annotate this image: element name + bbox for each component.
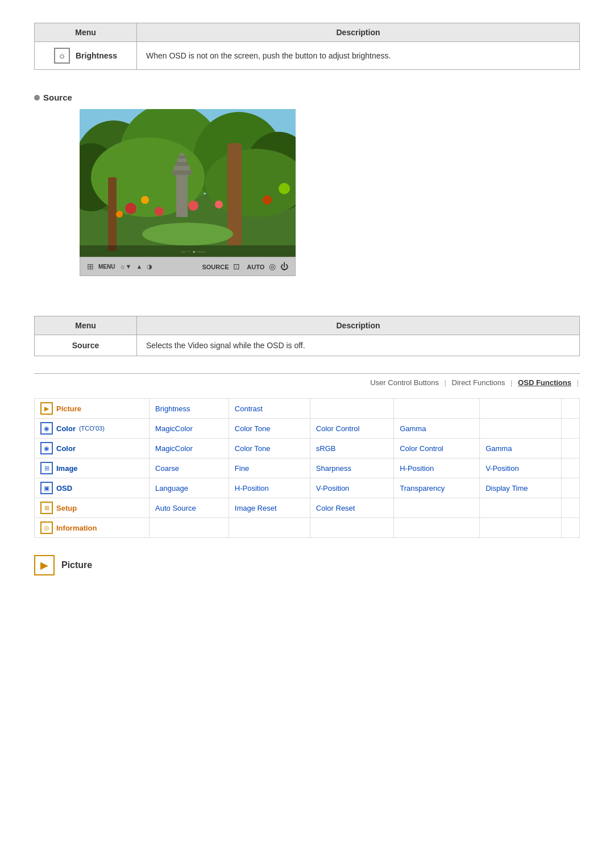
source-input-icon: ⊡ — [233, 262, 240, 271]
osd-row-icon: ⊞ — [40, 502, 53, 514]
osd-cell-link[interactable]: Color Control — [316, 424, 360, 433]
user-control-buttons-link[interactable]: User Control Buttons — [370, 378, 439, 387]
osd-cell-link[interactable]: Contrast — [235, 404, 263, 413]
osd-row: ◎Information — [35, 518, 580, 538]
osd-cell — [480, 419, 562, 439]
osd-cell: Color Tone — [229, 419, 310, 439]
osd-cell — [394, 399, 480, 419]
osd-cell: Image Reset — [229, 498, 310, 518]
osd-row-icon: ▶ — [40, 402, 53, 415]
osd-cell-link[interactable]: Display Time — [486, 484, 528, 493]
direct-functions-link[interactable]: Direct Functions — [452, 378, 505, 387]
osd-cell-link[interactable]: MagicColor — [155, 424, 193, 433]
position-up-icon: ▲ — [136, 263, 142, 270]
menu-button-label: MENU — [98, 264, 115, 270]
osd-cell-link[interactable]: Auto Source — [155, 504, 196, 512]
monitor-controls: ⊞ MENU ☼▼ ▲ ◑ — [87, 262, 152, 271]
brightness-menu-cell: ☼ Brightness — [44, 48, 127, 64]
osd-cell-link[interactable]: V-Position — [486, 464, 519, 473]
osd-cell: Color Control — [394, 439, 480, 458]
picture-label: Picture — [61, 560, 92, 570]
osd-cell — [310, 399, 393, 419]
osd-row: ⊞ImageCoarseFineSharpnessH-PositionV-Pos… — [35, 458, 580, 478]
osd-cell-link[interactable]: Color Reset — [316, 504, 355, 512]
source-label: Source — [34, 93, 580, 102]
osd-cell-link[interactable]: Color Tone — [235, 444, 271, 453]
osd-cell: Brightness — [150, 399, 229, 419]
osd-row-icon: ◉ — [40, 422, 53, 435]
osd-cell-link[interactable]: Sharpness — [316, 464, 351, 473]
osd-cell-link[interactable]: V-Position — [316, 484, 350, 493]
osd-cell — [562, 458, 580, 478]
source-dot-icon — [34, 95, 40, 101]
osd-cell: Color Tone — [229, 439, 310, 458]
osd-row-header: ⊞Image — [35, 458, 150, 478]
osd-cell — [150, 518, 229, 538]
osd-cell-link[interactable]: Gamma — [400, 424, 426, 433]
osd-cell-link[interactable]: Color Tone — [235, 424, 271, 433]
osd-cell — [310, 518, 393, 538]
osd-row: ▣OSDLanguageH-PositionV-PositionTranspar… — [35, 478, 580, 498]
description-header: Description — [137, 23, 580, 42]
osd-functions-link[interactable]: OSD Functions — [518, 378, 571, 387]
osd-cell: Display Time — [480, 478, 562, 498]
brightness-label: Brightness — [76, 51, 117, 60]
osd-cell-link[interactable]: Image Reset — [235, 504, 277, 512]
brightness-row: ☼ Brightness When OSD is not on the scre… — [35, 42, 580, 70]
osd-row-icon: ▣ — [40, 482, 53, 494]
osd-cell-link[interactable]: Brightness — [155, 404, 190, 413]
osd-cell-link[interactable]: MagicColor — [155, 444, 193, 453]
osd-cell — [394, 498, 480, 518]
nav-sep-1: | — [445, 378, 446, 387]
source-table: Menu Description Source Selects the Vide… — [34, 316, 580, 356]
osd-cell: Auto Source — [150, 498, 229, 518]
brightness-table: Menu Description ☼ Brightness When OSD i… — [34, 23, 580, 70]
osd-cell-link[interactable]: H-Position — [400, 464, 434, 473]
osd-cell-link[interactable]: Language — [155, 484, 188, 493]
brightness-icon: ☼ — [54, 48, 70, 64]
osd-cell-link[interactable]: Fine — [235, 464, 249, 473]
osd-cell: Contrast — [229, 399, 310, 419]
picture-icon: ▶ — [34, 555, 55, 575]
osd-cell-link[interactable]: H-Position — [235, 484, 269, 493]
osd-row-label: Color — [56, 444, 76, 453]
osd-cell: Sharpness — [310, 458, 393, 478]
osd-row-label-suffix: (TCO'03) — [79, 425, 105, 432]
osd-cell-link[interactable]: Gamma — [486, 444, 512, 453]
osd-cell: Language — [150, 478, 229, 498]
osd-cell — [480, 518, 562, 538]
osd-cell — [480, 399, 562, 419]
svg-text:— ···· ·∎· ——: — ···· ·∎· —— — [181, 249, 206, 253]
osd-functions-table: ▶PictureBrightnessContrast◉Color(TCO'03)… — [34, 398, 580, 538]
source-desc-header: Description — [137, 316, 580, 335]
brightness-adjust-icon: ☼▼ — [119, 263, 131, 270]
auto-icon: ◎ — [269, 262, 276, 271]
source-button-area: SOURCE ⊡ AUTO ◎ ⏻ — [202, 262, 288, 271]
osd-cell-link[interactable]: Color Control — [400, 444, 443, 453]
osd-row-label: Picture — [56, 404, 81, 413]
osd-cell-link[interactable]: Coarse — [155, 464, 179, 473]
osd-row: ▶PictureBrightnessContrast — [35, 399, 580, 419]
monitor-illustration: — ···· ·∎· —— ⊞ MENU ☼▼ ▲ ◑ SOURCE ⊡ AUT… — [80, 109, 296, 276]
source-menu-header: Menu — [35, 316, 137, 335]
osd-row-icon: ◉ — [40, 442, 53, 454]
osd-cell-link[interactable]: Transparency — [400, 484, 445, 493]
osd-row-icon: ◎ — [40, 521, 53, 534]
osd-cell: V-Position — [480, 458, 562, 478]
osd-row-header: ◉Color — [35, 439, 150, 458]
osd-row-label: Information — [56, 524, 97, 532]
osd-cell — [562, 498, 580, 518]
osd-cell — [562, 419, 580, 439]
osd-cell — [480, 498, 562, 518]
osd-row-label: Color — [56, 424, 76, 433]
menu-icon: ⊞ — [87, 262, 94, 271]
source-row: Source Selects the Video signal while th… — [35, 335, 580, 356]
nav-links: User Control Buttons | Direct Functions … — [34, 373, 580, 387]
source-description: Selects the Video signal while the OSD i… — [137, 335, 580, 356]
svg-rect-27 — [80, 109, 296, 257]
auto-button-label: AUTO — [247, 264, 264, 270]
osd-cell-link[interactable]: sRGB — [316, 444, 336, 453]
osd-cell — [562, 478, 580, 498]
nav-sep-3: | — [577, 378, 579, 387]
osd-cell: Color Reset — [310, 498, 393, 518]
